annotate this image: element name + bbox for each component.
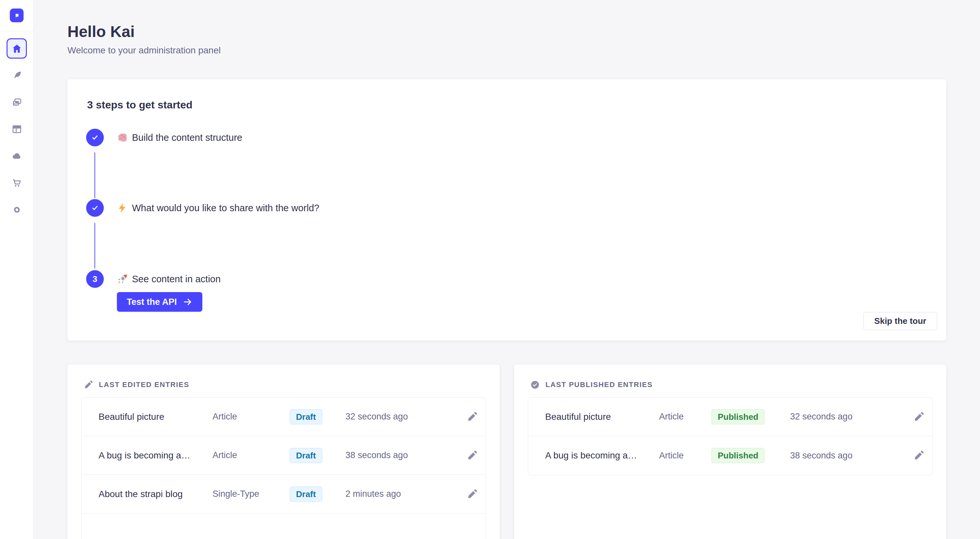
entry-type: Article: [659, 451, 711, 461]
step-3-number: 3: [93, 274, 97, 284]
status-badge: Draft: [290, 409, 322, 425]
logo-area: [0, 0, 33, 31]
entry-title: A bug is becoming a…: [99, 450, 213, 461]
table-row: Beautiful picture Article Draft 32 secon…: [81, 397, 485, 436]
last-published-entries-card: LAST PUBLISHED ENTRIES Beautiful picture…: [514, 364, 946, 539]
onboarding-title: 3 steps to get started: [87, 99, 192, 111]
feather-icon: [11, 70, 22, 81]
empty-row-space: [81, 514, 485, 539]
step-connector: [94, 223, 95, 269]
pencil-icon: [466, 411, 478, 423]
rocket-emoji: [117, 273, 128, 285]
last-published-entries-table: Beautiful picture Article Published 32 s…: [528, 397, 932, 475]
edit-entry-button[interactable]: [466, 488, 478, 500]
sidebar-item-marketplace[interactable]: [6, 173, 27, 193]
entry-type: Article: [213, 412, 290, 422]
table-row: A bug is becoming a… Article Published 3…: [528, 436, 932, 475]
arrow-right-icon: [183, 297, 192, 307]
step-build-content-structure: Build the content structure: [86, 129, 242, 146]
circle-check-icon: [530, 380, 540, 390]
strapi-logo: [10, 8, 24, 22]
pencil-icon: [913, 450, 924, 461]
status-badge: Published: [711, 448, 765, 463]
check-icon: [91, 204, 100, 213]
last-edited-entries-card: LAST EDITED ENTRIES Beautiful picture Ar…: [67, 364, 500, 539]
entry-type: Single-Type: [213, 489, 290, 499]
skip-the-tour-button[interactable]: Skip the tour: [864, 312, 937, 330]
step-1-label: Build the content structure: [132, 132, 242, 143]
step-connector: [94, 152, 95, 198]
sidebar-item-content-type-builder[interactable]: [6, 119, 27, 139]
onboarding-card: 3 steps to get started Build the content…: [67, 79, 946, 340]
last-edited-entries-title: LAST EDITED ENTRIES: [99, 380, 189, 389]
step-see-content-in-action: 3 See content in action: [86, 270, 221, 288]
strapi-logo-icon: [13, 11, 21, 20]
edit-entry-button[interactable]: [466, 411, 478, 423]
edit-entry-button[interactable]: [913, 411, 924, 423]
entry-title: A bug is becoming a…: [545, 450, 659, 461]
entry-title: Beautiful picture: [545, 412, 659, 422]
step-share-with-world: What would you like to share with the wo…: [86, 199, 319, 217]
page-subtitle: Welcome to your administration panel: [67, 45, 946, 56]
status-badge: Draft: [290, 448, 322, 463]
check-icon: [91, 133, 100, 142]
entry-type: Article: [659, 412, 711, 422]
brain-emoji: [117, 132, 128, 143]
step-2-label: What would you like to share with the wo…: [132, 203, 319, 213]
entry-time: 32 seconds ago: [790, 412, 905, 422]
table-row: Beautiful picture Article Published 32 s…: [528, 397, 932, 436]
lightning-emoji: [117, 202, 128, 213]
step-2-check-circle: [86, 199, 104, 217]
page-title: Hello Kai: [67, 23, 946, 41]
sidebar: [0, 0, 34, 539]
cart-icon: [11, 178, 22, 188]
pencil-icon: [83, 380, 93, 390]
entry-title: Beautiful picture: [99, 412, 213, 422]
status-badge: Published: [711, 409, 765, 425]
sidebar-item-content-manager[interactable]: [6, 65, 27, 86]
entries-section: LAST EDITED ENTRIES Beautiful picture Ar…: [67, 364, 946, 539]
table-row: A bug is becoming a… Article Draft 38 se…: [81, 436, 485, 475]
step-3-number-circle: 3: [86, 270, 104, 288]
step-1-check-circle: [86, 129, 104, 146]
test-the-api-button[interactable]: Test the API: [117, 292, 202, 312]
status-badge: Draft: [290, 487, 322, 502]
edit-entry-button[interactable]: [913, 450, 924, 461]
home-icon: [11, 43, 22, 54]
sidebar-item-settings[interactable]: [6, 199, 27, 220]
entry-time: 32 seconds ago: [345, 412, 458, 422]
entry-type: Article: [213, 450, 290, 460]
table-row: About the strapi blog Single-Type Draft …: [81, 475, 485, 514]
pencil-icon: [913, 411, 924, 423]
last-edited-entries-table: Beautiful picture Article Draft 32 secon…: [81, 397, 486, 539]
pencil-icon: [466, 450, 478, 461]
sidebar-item-home[interactable]: [6, 38, 27, 59]
last-published-entries-title: LAST PUBLISHED ENTRIES: [546, 380, 652, 389]
pencil-icon: [466, 488, 478, 500]
entry-time: 38 seconds ago: [345, 450, 458, 460]
cloud-icon: [11, 151, 22, 161]
sidebar-nav: [0, 31, 33, 226]
pictures-icon: [11, 97, 22, 108]
sidebar-item-deploy[interactable]: [6, 146, 27, 166]
entry-title: About the strapi blog: [99, 489, 213, 499]
main-content: Hello Kai Welcome to your administration…: [34, 0, 980, 539]
entry-time: 2 minutes ago: [345, 489, 458, 499]
step-3-label: See content in action: [132, 274, 221, 285]
sidebar-item-media-library[interactable]: [6, 92, 27, 112]
edit-entry-button[interactable]: [466, 450, 478, 461]
entry-time: 38 seconds ago: [790, 451, 905, 461]
layout-icon: [11, 124, 22, 135]
gear-icon: [11, 204, 22, 215]
